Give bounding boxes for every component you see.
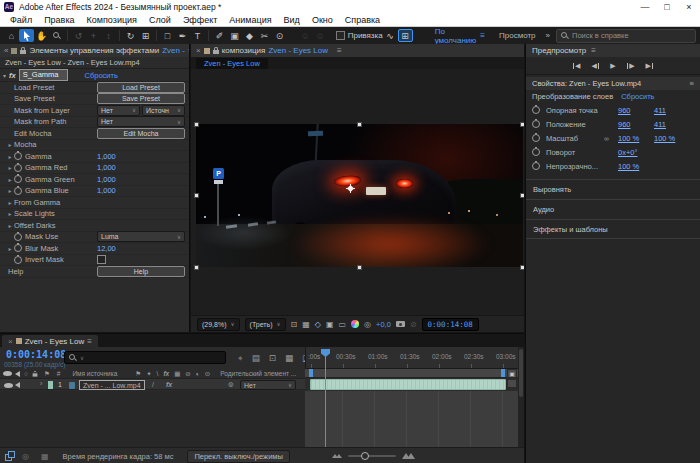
align-panel-header[interactable]: Выровнять bbox=[526, 179, 700, 199]
twirl-icon[interactable]: ▸ bbox=[6, 141, 14, 148]
stopwatch-icon[interactable] bbox=[14, 233, 22, 241]
pan-behind-tool[interactable]: ⊞ bbox=[138, 29, 153, 42]
menu-composition[interactable]: Композиция bbox=[81, 14, 143, 26]
timeline-vertical-scrollbar[interactable] bbox=[518, 347, 524, 447]
position-y-value[interactable]: 411 bbox=[654, 120, 690, 129]
time-ruler[interactable]: :00s 00:30s 01:00s 01:30s 02:00s 02:30s … bbox=[305, 347, 518, 369]
toggle-switches-modes-button[interactable]: Перекл. выключ./режимы bbox=[187, 450, 289, 463]
selection-handle[interactable] bbox=[194, 193, 199, 198]
parent-pickwhip-icon[interactable]: ⊚ bbox=[228, 381, 234, 389]
work-area-end-handle[interactable] bbox=[501, 369, 505, 377]
load-preset-button[interactable]: Load Preset bbox=[97, 82, 185, 93]
selection-handle[interactable] bbox=[357, 265, 362, 270]
blur-mask-value[interactable]: 12,00 bbox=[97, 244, 116, 253]
previous-frame-button[interactable]: ◀ bbox=[591, 62, 599, 70]
snap-box-button[interactable]: ⊞ bbox=[398, 29, 413, 42]
timeline-search-input[interactable]: ∨ bbox=[64, 351, 226, 364]
menu-help[interactable]: Справка bbox=[339, 14, 386, 26]
resolution-dropdown[interactable]: (Треть)∨ bbox=[245, 318, 286, 331]
effect-controls-header[interactable]: « Элементы управления эффектами Zven - » bbox=[0, 44, 189, 57]
save-preset-button[interactable]: Save Preset bbox=[97, 93, 185, 104]
menu-layer[interactable]: Слой bbox=[143, 14, 177, 26]
help-button[interactable]: Help bbox=[97, 266, 185, 277]
timeline-tab[interactable]: × Zven - Eyes Low ≡ bbox=[2, 335, 98, 347]
menu-effect[interactable]: Эффект bbox=[177, 14, 223, 26]
selection-handle[interactable] bbox=[520, 265, 524, 270]
transform-reset-link[interactable]: Сбросить bbox=[621, 92, 654, 101]
source-name-column[interactable]: Имя источника bbox=[72, 370, 117, 377]
show-snapshot-button[interactable]: ⊘ bbox=[410, 320, 417, 329]
workspace-preview[interactable]: Просмотр bbox=[499, 31, 536, 40]
work-area-start-handle[interactable] bbox=[309, 369, 313, 377]
type-tool[interactable]: T bbox=[190, 29, 205, 42]
mask-use-dropdown[interactable]: Luma∨ bbox=[97, 231, 185, 242]
link-icon[interactable]: ∞ bbox=[604, 135, 618, 142]
timeline-zoom-slider[interactable] bbox=[348, 455, 396, 457]
orbit-camera-tool[interactable]: ↺ bbox=[71, 29, 86, 42]
selection-handle[interactable] bbox=[520, 122, 524, 127]
puppet-pin-tool[interactable]: ⊙ bbox=[272, 29, 287, 42]
selection-handle[interactable] bbox=[520, 193, 524, 198]
gamma-blue-value[interactable]: 1,000 bbox=[97, 186, 116, 195]
zoom-out-mountain-icon[interactable] bbox=[332, 454, 342, 458]
grid-guides-button[interactable]: ⊡ bbox=[291, 320, 298, 329]
exposure-value[interactable]: +0,0 bbox=[376, 320, 391, 329]
exposure-icon[interactable]: ◎ bbox=[364, 320, 371, 329]
zoom-slider-knob[interactable] bbox=[361, 452, 369, 460]
character-tool-2[interactable]: ☺ bbox=[313, 29, 328, 42]
gamma-red-value[interactable]: 1,000 bbox=[97, 163, 116, 172]
current-timecode[interactable]: 0:00:14:08 bbox=[6, 349, 66, 360]
stopwatch-icon[interactable] bbox=[532, 120, 540, 128]
mask-from-path-dropdown[interactable]: Нет∨ bbox=[97, 116, 185, 127]
layer-name[interactable]: Zven - ... Low.mp4 bbox=[79, 380, 145, 390]
twirl-icon[interactable]: ▸ bbox=[6, 210, 14, 217]
brush-tool[interactable]: ✐ bbox=[212, 29, 227, 42]
mask-from-layer-dropdown[interactable]: Нет∨ bbox=[97, 105, 140, 116]
properties-panel-header[interactable]: Свойства: Zven - Eyes Low.mp4 ≡ bbox=[526, 77, 700, 90]
opacity-value[interactable]: 100 % bbox=[618, 162, 654, 171]
layer-twirl-icon[interactable]: › bbox=[40, 380, 42, 387]
anchor-point-icon[interactable] bbox=[346, 184, 355, 193]
pen-tool[interactable]: ✒ bbox=[175, 29, 190, 42]
audio-panel-header[interactable]: Аудио bbox=[526, 199, 700, 219]
menu-window[interactable]: Окно bbox=[306, 14, 339, 26]
hand-tool[interactable]: ✋ bbox=[34, 29, 49, 42]
menu-animation[interactable]: Анимация bbox=[223, 14, 277, 26]
snap-options[interactable]: ∿ bbox=[383, 29, 398, 42]
panel-menu-icon[interactable]: ≡ bbox=[87, 337, 92, 346]
roto-brush-tool[interactable]: ✂ bbox=[257, 29, 272, 42]
selection-tool[interactable] bbox=[19, 29, 34, 42]
panel-menu-icon[interactable]: ≡ bbox=[337, 46, 342, 55]
magnification-dropdown[interactable]: (29,8%)∨ bbox=[197, 318, 240, 331]
rotation-value[interactable]: 0x+0° bbox=[618, 148, 654, 157]
layer-audio-toggle[interactable] bbox=[15, 382, 20, 388]
comp-marker-bin-button[interactable]: ▣ bbox=[507, 369, 517, 378]
zoom-tool[interactable] bbox=[49, 29, 64, 42]
stopwatch-icon[interactable] bbox=[14, 152, 22, 160]
video-frame[interactable]: P bbox=[196, 124, 523, 267]
viewer-tab[interactable]: Zven - Eyes Low bbox=[196, 58, 268, 69]
render-time-icon[interactable]: ▦ bbox=[41, 452, 49, 461]
anchor-y-value[interactable]: 411 bbox=[654, 106, 690, 115]
last-frame-button[interactable]: ▶ bbox=[646, 62, 654, 70]
layer-color-chip[interactable] bbox=[48, 381, 53, 389]
close-button[interactable]: × bbox=[678, 0, 700, 14]
work-area-bar[interactable] bbox=[305, 369, 518, 378]
mask-source-dropdown[interactable]: Источн∨ bbox=[142, 105, 185, 116]
panel-menu-icon[interactable]: ≡ bbox=[591, 46, 596, 55]
gamma-value[interactable]: 1,000 bbox=[97, 152, 116, 161]
selection-handle[interactable] bbox=[194, 122, 199, 127]
position-x-value[interactable]: 960 bbox=[618, 120, 654, 129]
play-button[interactable]: ▶ bbox=[610, 62, 615, 70]
expand-layer-switches-button[interactable] bbox=[5, 451, 15, 461]
stopwatch-icon[interactable] bbox=[532, 134, 540, 142]
layer-fx-switch[interactable]: fx bbox=[166, 381, 172, 388]
composition-header[interactable]: × композиция Zven - Eyes Low ≡ bbox=[191, 44, 524, 57]
stopwatch-icon[interactable] bbox=[14, 256, 22, 264]
layer-row[interactable]: › 1 Zven - ... Low.mp4 / fx ⊚ Нет ∨ bbox=[0, 378, 305, 390]
effect-reset-link[interactable]: Сбросить bbox=[85, 71, 118, 80]
snapshot-camera-icon[interactable] bbox=[396, 321, 405, 327]
pan-camera-tool[interactable]: + bbox=[86, 29, 101, 42]
region-of-interest-button[interactable]: ▣ bbox=[326, 320, 334, 329]
workspace-menu-icon[interactable]: ≡ bbox=[480, 31, 485, 40]
